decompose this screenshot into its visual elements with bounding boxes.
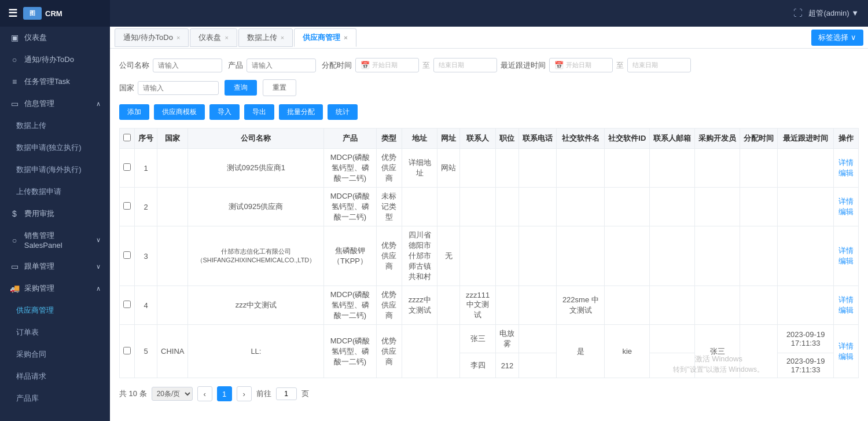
close-icon[interactable]: ×	[344, 34, 347, 41]
sidebar-item-todo[interactable]: ○ 通知/待办ToDo	[0, 49, 110, 71]
sidebar-item-info-mgmt[interactable]: ▭ 信息管理 ∧	[0, 93, 110, 115]
cell-social-name: 是	[557, 325, 605, 378]
row-checkbox[interactable]	[123, 202, 131, 210]
detail-link[interactable]: 详情	[838, 197, 854, 206]
sidebar-item-data-upload[interactable]: 数据上传	[0, 115, 110, 137]
page-1-button[interactable]: 1	[217, 386, 232, 401]
assign-start-date[interactable]: 📅 开始日期	[355, 58, 419, 72]
sidebar-item-data-apply-sea[interactable]: 数据申请(海外执行)	[0, 159, 110, 181]
tab-data-upload[interactable]: 数据上传 ×	[238, 28, 293, 47]
batch-assign-button[interactable]: 批量分配	[279, 104, 323, 120]
edit-link[interactable]: 编辑	[838, 257, 854, 265]
sidebar-item-label: 供应商管理	[16, 305, 54, 316]
calendar-icon: 📅	[361, 61, 370, 69]
cell-company: 测试0925供应商	[188, 188, 324, 226]
sidebar-item-data-apply-ind[interactable]: 数据申请(独立执行)	[0, 137, 110, 159]
sidebar-item-purchase-contract[interactable]: 采购合同	[0, 343, 110, 365]
sidebar-item-upload-apply[interactable]: 上传数据申请	[0, 181, 110, 203]
cell-seq: 3	[135, 226, 157, 286]
company-filter: 公司名称	[119, 58, 222, 72]
import-button[interactable]: 导入	[209, 104, 240, 120]
sidebar-item-order-mgmt[interactable]: ▭ 跟单管理 ∨	[0, 255, 110, 277]
reset-button[interactable]: 重置	[263, 79, 296, 96]
row-checkbox[interactable]	[123, 251, 131, 259]
sidebar-item-order-table[interactable]: 订单表	[0, 321, 110, 343]
chevron-up-icon: ∧	[96, 285, 101, 292]
label-select-button[interactable]: 标签选择 ∨	[811, 30, 863, 46]
cell-purchaser	[695, 226, 740, 286]
sidebar-item-sales[interactable]: ○ 销售管理SalesPanel ∨	[0, 225, 110, 255]
edit-link[interactable]: 编辑	[838, 169, 854, 177]
add-button[interactable]: 添加	[119, 104, 149, 120]
dropdown-arrow: ▼	[851, 9, 859, 17]
stats-button[interactable]: 统计	[328, 104, 358, 120]
sidebar-item-task[interactable]: ≡ 任务管理Task	[0, 71, 110, 93]
edit-link[interactable]: 编辑	[838, 207, 854, 216]
table-row: 2 测试0925供应商 MDCP(磷酸氢钙型、磷酸一二钙) 未标记类型	[120, 188, 859, 226]
last-follow-start-date[interactable]: 📅 开始日期	[549, 58, 613, 72]
edit-link[interactable]: 编辑	[838, 352, 854, 361]
close-icon[interactable]: ×	[225, 34, 228, 41]
sidebar-item-label: 采购合同	[16, 349, 46, 360]
detail-link[interactable]: 详情	[838, 246, 854, 255]
tab-supplier[interactable]: 供应商管理 ×	[294, 28, 356, 47]
cell-phone	[519, 286, 557, 325]
sidebar-item-supplier-mgmt[interactable]: 供应商管理	[0, 299, 110, 321]
prev-page-button[interactable]: ‹	[197, 386, 212, 401]
page-goto-input[interactable]	[276, 387, 297, 400]
cell-address	[402, 188, 437, 226]
sidebar-item-label: 数据申请(海外执行)	[16, 164, 82, 175]
total-count: 共 10 条	[119, 389, 147, 399]
assign-end-date[interactable]: 结束日期	[433, 58, 497, 72]
expand-icon[interactable]: ⛶	[793, 8, 803, 19]
cell-phone	[519, 325, 557, 353]
edit-link[interactable]: 编辑	[838, 306, 854, 314]
sidebar-item-label: 订单表	[16, 327, 39, 338]
cell-address	[402, 325, 437, 378]
app-title: CRM	[45, 9, 62, 18]
row-checkbox[interactable]	[123, 347, 131, 354]
row-checkbox[interactable]	[123, 163, 131, 171]
detail-link[interactable]: 详情	[838, 158, 854, 167]
sidebar-item-purchase[interactable]: 🚚 采购管理 ∧	[0, 277, 110, 299]
tab-dashboard[interactable]: 仪表盘 ×	[190, 28, 237, 47]
product-input[interactable]	[247, 58, 316, 72]
cell-ops: 详情 编辑	[833, 149, 858, 188]
export-button[interactable]: 导出	[244, 104, 274, 120]
task-icon: ≡	[9, 77, 20, 86]
country-input[interactable]	[138, 81, 219, 95]
todo-icon: ○	[9, 55, 20, 64]
sidebar-item-product-lib[interactable]: 产品库	[0, 387, 110, 409]
order-icon: ▭	[9, 262, 20, 271]
sidebar-item-sample-req[interactable]: 样品请求	[0, 365, 110, 387]
supplier-template-button[interactable]: 供应商模板	[154, 104, 205, 120]
cell-ops: 详情 编辑	[833, 188, 858, 226]
cell-assign-time	[740, 286, 778, 325]
close-icon[interactable]: ×	[176, 34, 180, 41]
detail-link[interactable]: 详情	[838, 295, 854, 304]
cell-country	[157, 149, 188, 188]
sidebar-item-expense[interactable]: $ 费用审批	[0, 203, 110, 225]
cell-type: 优势供应商	[376, 286, 402, 325]
cell-website	[437, 325, 460, 378]
date-placeholder: 开始日期	[566, 61, 591, 69]
cell-email	[650, 325, 695, 353]
col-contact: 联系人	[460, 129, 495, 149]
detail-link[interactable]: 详情	[838, 342, 854, 350]
last-follow-end-date[interactable]: 结束日期	[627, 58, 691, 72]
select-all-checkbox[interactable]	[123, 134, 131, 141]
per-page-select[interactable]: 10条/页 20条/页 50条/页	[152, 387, 193, 401]
cell-last-follow: 2023-09-19 17:11:33	[778, 353, 834, 378]
hamburger-icon[interactable]: ☰	[8, 7, 17, 20]
cell-phone	[519, 226, 557, 286]
company-input[interactable]	[153, 58, 222, 72]
next-page-button[interactable]: ›	[237, 386, 252, 401]
page-label: 页	[301, 389, 309, 399]
query-button[interactable]: 查询	[225, 80, 257, 96]
cell-type: 优势供应商	[376, 226, 402, 286]
sidebar-item-dashboard[interactable]: ▣ 仪表盘	[0, 27, 110, 49]
tab-todo[interactable]: 通知/待办ToDo ×	[115, 28, 189, 47]
row-checkbox[interactable]	[123, 301, 131, 308]
close-icon[interactable]: ×	[281, 34, 284, 41]
user-menu[interactable]: 超管(admin) ▼	[808, 8, 859, 19]
